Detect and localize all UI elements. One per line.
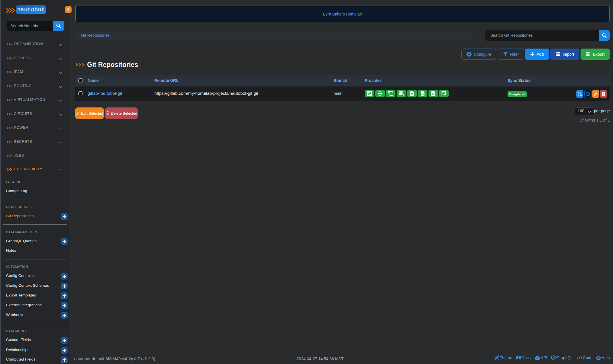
svg-text:{}: {} <box>537 357 538 359</box>
